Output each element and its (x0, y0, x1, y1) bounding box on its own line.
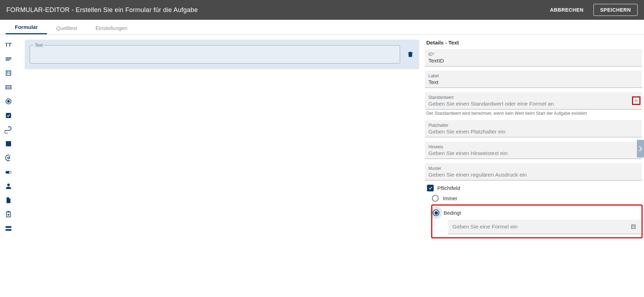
formula-icon[interactable] (633, 97, 640, 104)
hint-value[interactable]: Geben Sie einen Hinweistext ein (428, 149, 638, 157)
tab-form[interactable]: Formular (6, 20, 47, 34)
conditional-formula-field[interactable]: Geben Sie eine Formel ein (448, 220, 641, 234)
radio-conditional-row[interactable]: Bedingt (433, 209, 641, 216)
tab-source[interactable]: Quelltext (47, 22, 86, 34)
element-palette (0, 35, 17, 297)
header-actions: ABBRECHEN SPEICHERN (548, 4, 638, 16)
radio-always-label: Immer (443, 196, 457, 201)
tab-settings[interactable]: Einstellungen (86, 22, 136, 34)
placeholder-field[interactable]: Platzhalter Geben Sie einen Platzhalter … (425, 120, 642, 137)
person-icon[interactable] (5, 182, 12, 190)
layout-icon[interactable] (5, 225, 12, 232)
details-panel: Details - Text ID* TextID Label Text Sta… (425, 35, 644, 297)
label-label: Label (428, 73, 638, 78)
svg-rect-2 (6, 113, 11, 118)
checkbox-icon[interactable] (5, 112, 12, 119)
form-item-text[interactable]: Text (25, 40, 419, 69)
radio-conditional-label: Bedingt (444, 210, 461, 216)
app-header: FORMULAR-EDITOR - Erstellen Sie ein Form… (0, 0, 644, 20)
id-label: ID* (428, 52, 638, 57)
page-title: FORMULAR-EDITOR - Erstellen Sie ein Form… (6, 6, 198, 14)
form-canvas: Text (17, 35, 425, 297)
svg-point-6 (9, 171, 11, 173)
placeholder-value[interactable]: Geben Sie einen Platzhalter ein (428, 128, 638, 136)
checkbox-checked-icon[interactable] (427, 185, 434, 191)
svg-rect-4 (7, 144, 8, 145)
label-value[interactable]: Text (428, 78, 638, 86)
date-icon[interactable] (5, 140, 12, 148)
number-field-icon[interactable] (5, 83, 12, 91)
editor-tabs: Formular Quelltext Einstellungen (0, 20, 644, 35)
radio-checked-icon[interactable] (433, 209, 439, 216)
text-size-icon[interactable] (5, 41, 12, 49)
conditional-highlight: Bedingt Geben Sie eine Formel ein (432, 205, 642, 238)
radio-icon[interactable] (5, 97, 12, 105)
radio-unchecked-icon[interactable] (432, 195, 439, 202)
link-icon[interactable] (5, 126, 12, 133)
svg-rect-9 (7, 211, 10, 213)
form-canvas-inner[interactable]: Text (25, 40, 419, 280)
text-input-preview[interactable]: Text (30, 45, 400, 64)
svg-rect-10 (6, 226, 12, 228)
main-layout: Text Details - Text ID* TextID Label Tex… (0, 35, 644, 297)
toggle-icon[interactable] (5, 168, 12, 176)
label-field[interactable]: Label Text (425, 71, 642, 88)
formula-placeholder: Geben Sie eine Formel ein (452, 224, 517, 230)
paragraph-icon[interactable] (5, 55, 12, 63)
id-value[interactable]: TextID (428, 57, 638, 65)
formula-icon[interactable] (630, 223, 637, 230)
pattern-label: Muster (428, 166, 638, 171)
calculated-field-icon[interactable] (5, 69, 12, 77)
file-icon[interactable] (5, 196, 12, 204)
radio-always-row[interactable]: Immer (432, 195, 642, 202)
svg-rect-11 (6, 229, 12, 231)
svg-point-1 (7, 100, 10, 102)
default-placeholder[interactable]: Geben Sie einen Standardwert oder eine F… (428, 100, 638, 108)
email-icon[interactable] (5, 154, 12, 162)
svg-point-7 (7, 184, 10, 186)
details-heading: Details - Text (425, 40, 642, 46)
required-mode-group: Immer Bedingt Geben Sie eine Formel ein (432, 195, 642, 238)
pattern-value[interactable]: Geben Sie einen regulären Ausdruck ein (428, 171, 638, 179)
required-checkbox-row[interactable]: Pflichtfeld (427, 185, 642, 191)
default-helper: Der Standardwert wird berechnet, wenn ke… (426, 111, 642, 116)
clipboard-icon[interactable] (5, 210, 12, 218)
save-button[interactable]: SPEICHERN (593, 4, 638, 16)
default-value-field[interactable]: Standardwert Geben Sie einen Standardwer… (425, 92, 642, 109)
trash-icon[interactable] (406, 51, 414, 58)
text-input-label: Text (34, 43, 44, 48)
cancel-button[interactable]: ABBRECHEN (548, 7, 586, 13)
default-label: Standardwert (428, 95, 638, 100)
hint-field[interactable]: Hinweis Geben Sie einen Hinweistext ein (425, 142, 642, 159)
id-field[interactable]: ID* TextID (425, 49, 642, 66)
pattern-field[interactable]: Muster Geben Sie einen regulären Ausdruc… (425, 163, 642, 180)
expand-panel-handle[interactable] (637, 140, 644, 158)
required-label: Pflichtfeld (437, 185, 460, 191)
placeholder-label: Platzhalter (428, 123, 638, 128)
hint-label: Hinweis (428, 144, 638, 149)
